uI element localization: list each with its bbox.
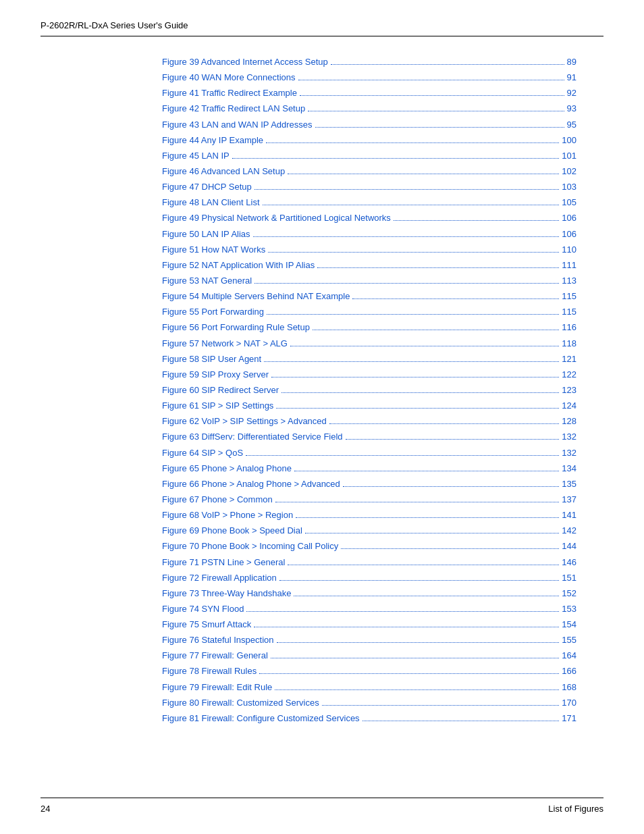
toc-entry-text: Figure 49 Physical Network & Partitioned…	[162, 211, 391, 225]
toc-entry[interactable]: Figure 77 Firewall: General164	[162, 649, 576, 662]
toc-page-number: 166	[562, 664, 576, 678]
toc-entry[interactable]: Figure 40 WAN More Connections91	[162, 71, 576, 84]
page-container: P-2602R/RL-DxA Series User's Guide Figur…	[0, 0, 644, 834]
toc-entry-text: Figure 59 SIP Proxy Server	[162, 368, 269, 382]
toc-page-number: 132	[562, 446, 576, 460]
toc-page-number: 144	[562, 540, 576, 553]
toc-page-number: 123	[562, 384, 576, 397]
toc-entry[interactable]: Figure 55 Port Forwarding115	[162, 305, 576, 319]
toc-entry[interactable]: Figure 44 Any IP Example100	[162, 134, 576, 147]
toc-dots	[254, 189, 560, 190]
toc-dots	[331, 64, 564, 65]
toc-entry[interactable]: Figure 65 Phone > Analog Phone134	[162, 462, 576, 475]
toc-dots	[352, 298, 559, 299]
toc-entry[interactable]: Figure 43 LAN and WAN IP Addresses95	[162, 118, 576, 132]
toc-entry-text: Figure 63 DiffServ: Differentiated Servi…	[162, 430, 343, 444]
toc-entry[interactable]: Figure 41 Traffic Redirect Example92	[162, 86, 576, 100]
toc-dots	[264, 361, 559, 362]
toc-entry[interactable]: Figure 52 NAT Application With IP Alias1…	[162, 259, 576, 272]
toc-entry[interactable]: Figure 61 SIP > SIP Settings124	[162, 399, 576, 413]
toc-entry[interactable]: Figure 72 Firewall Application151	[162, 571, 576, 585]
toc-page-number: 141	[562, 509, 576, 522]
toc-dots	[294, 596, 559, 596]
toc-page-number: 132	[562, 430, 576, 444]
toc-dots	[263, 205, 560, 205]
toc-entry-text: Figure 68 VoIP > Phone > Region	[162, 509, 293, 522]
toc-entry-text: Figure 42 Traffic Redirect LAN Setup	[162, 102, 305, 115]
toc-entry-text: Figure 69 Phone Book > Speed Dial	[162, 524, 302, 538]
toc-entry[interactable]: Figure 57 Network > NAT > ALG118	[162, 337, 576, 350]
toc-entry[interactable]: Figure 64 SIP > QoS132	[162, 446, 576, 460]
toc-entry-text: Figure 76 Stateful Inspection	[162, 633, 274, 647]
toc-page-number: 100	[562, 134, 576, 147]
toc-entry[interactable]: Figure 63 DiffServ: Differentiated Servi…	[162, 430, 576, 444]
toc-dots	[232, 158, 560, 159]
toc-page-number: 102	[562, 165, 576, 178]
toc-entry[interactable]: Figure 54 Multiple Servers Behind NAT Ex…	[162, 290, 576, 303]
toc-dots	[275, 689, 559, 690]
toc-entry[interactable]: Figure 81 Firewall: Configure Customized…	[162, 712, 576, 725]
toc-page-number: 135	[562, 477, 576, 491]
toc-entry-text: Figure 75 Smurf Attack	[162, 618, 251, 631]
toc-entry[interactable]: Figure 45 LAN IP101	[162, 149, 576, 163]
toc-page-number: 115	[562, 305, 576, 319]
toc-page-number: 116	[562, 321, 576, 334]
toc-entry[interactable]: Figure 70 Phone Book > Incoming Call Pol…	[162, 540, 576, 553]
toc-page-number: 113	[562, 274, 576, 288]
toc-entry-text: Figure 78 Firewall Rules	[162, 664, 257, 678]
toc-page-number: 106	[562, 211, 576, 225]
toc-entry[interactable]: Figure 71 PSTN Line > General146	[162, 556, 576, 569]
toc-entry[interactable]: Figure 73 Three-Way Handshake152	[162, 587, 576, 600]
toc-entry-text: Figure 73 Three-Way Handshake	[162, 587, 291, 600]
toc-entry[interactable]: Figure 69 Phone Book > Speed Dial142	[162, 524, 576, 538]
toc-entry[interactable]: Figure 79 Firewall: Edit Rule168	[162, 681, 576, 694]
toc-dots	[341, 548, 559, 549]
toc-entry-text: Figure 44 Any IP Example	[162, 134, 263, 147]
toc-entry-text: Figure 81 Firewall: Configure Customized…	[162, 712, 360, 725]
toc-dots	[290, 346, 559, 346]
toc-page-number: 103	[562, 180, 576, 194]
toc-dots	[267, 314, 559, 315]
toc-page-number: 153	[562, 602, 576, 616]
toc-dots	[246, 611, 559, 612]
toc-entry[interactable]: Figure 39 Advanced Internet Access Setup…	[162, 55, 576, 69]
toc-entry-text: Figure 46 Advanced LAN Setup	[162, 165, 285, 178]
toc-entry[interactable]: Figure 50 LAN IP Alias106	[162, 228, 576, 241]
toc-entry[interactable]: Figure 62 VoIP > SIP Settings > Advanced…	[162, 415, 576, 428]
toc-entry[interactable]: Figure 78 Firewall Rules166	[162, 664, 576, 678]
toc-entry[interactable]: Figure 67 Phone > Common137	[162, 493, 576, 506]
toc-entry-text: Figure 47 DHCP Setup	[162, 180, 252, 194]
toc-page-number: 124	[562, 399, 576, 413]
toc-entry-text: Figure 50 LAN IP Alias	[162, 228, 250, 241]
toc-entry-text: Figure 43 LAN and WAN IP Addresses	[162, 118, 313, 132]
toc-entry[interactable]: Figure 46 Advanced LAN Setup102	[162, 165, 576, 178]
toc-entry[interactable]: Figure 59 SIP Proxy Server122	[162, 368, 576, 382]
toc-entry[interactable]: Figure 49 Physical Network & Partitioned…	[162, 211, 576, 225]
toc-entry-text: Figure 58 SIP User Agent	[162, 353, 261, 366]
toc-dots	[288, 174, 559, 174]
toc-entry[interactable]: Figure 76 Stateful Inspection155	[162, 633, 576, 647]
toc-dots	[308, 111, 564, 111]
toc-dots	[254, 283, 559, 284]
toc-entry[interactable]: Figure 56 Port Forwarding Rule Setup116	[162, 321, 576, 334]
toc-entry[interactable]: Figure 60 SIP Redirect Server123	[162, 384, 576, 397]
toc-entry-text: Figure 71 PSTN Line > General	[162, 556, 285, 569]
toc-entry[interactable]: Figure 58 SIP User Agent121	[162, 353, 576, 366]
toc-entry[interactable]: Figure 66 Phone > Analog Phone > Advance…	[162, 477, 576, 491]
toc-entry-text: Figure 39 Advanced Internet Access Setup	[162, 55, 328, 69]
toc-entry[interactable]: Figure 75 Smurf Attack154	[162, 618, 576, 631]
toc-entry[interactable]: Figure 47 DHCP Setup103	[162, 180, 576, 194]
toc-dots	[346, 439, 560, 440]
toc-entry[interactable]: Figure 53 NAT General113	[162, 274, 576, 288]
toc-entry[interactable]: Figure 51 How NAT Works110	[162, 243, 576, 257]
toc-entry-text: Figure 70 Phone Book > Incoming Call Pol…	[162, 540, 338, 553]
toc-entry[interactable]: Figure 74 SYN Flood153	[162, 602, 576, 616]
toc-entry[interactable]: Figure 80 Firewall: Customized Services1…	[162, 696, 576, 710]
toc-dots	[296, 517, 559, 518]
toc-entry[interactable]: Figure 48 LAN Client List105	[162, 196, 576, 209]
toc-dots	[268, 252, 559, 253]
toc-entry[interactable]: Figure 68 VoIP > Phone > Region141	[162, 509, 576, 522]
toc-list: Figure 39 Advanced Internet Access Setup…	[162, 55, 576, 725]
toc-dots	[271, 377, 559, 377]
toc-entry[interactable]: Figure 42 Traffic Redirect LAN Setup93	[162, 102, 576, 115]
